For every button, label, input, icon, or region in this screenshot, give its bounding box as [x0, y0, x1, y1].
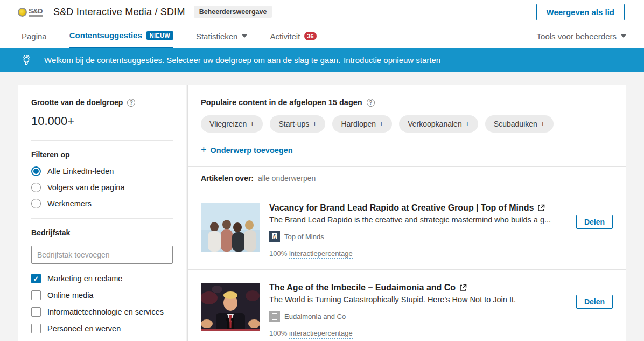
radio-icon — [31, 166, 41, 176]
audience-size-label: Grootte van de doelgroep — [31, 98, 123, 107]
topic-pill-startups[interactable]: Start-ups+ — [270, 115, 325, 133]
plus-icon: + — [541, 120, 545, 128]
plus-icon: + — [379, 120, 383, 128]
chevron-down-icon — [242, 34, 247, 38]
radio-icon — [31, 199, 41, 208]
article-thumbnail[interactable] — [201, 203, 260, 252]
share-button[interactable]: Delen — [576, 215, 613, 229]
topic-pill-row: Vliegreizen+ Start-ups+ Hardlopen+ Verko… — [188, 115, 626, 133]
checkbox-icon: ✓ — [31, 290, 41, 300]
content-suggestions-panel: Populaire content in de afgelopen 15 dag… — [187, 85, 626, 341]
audience-sidebar: Grootte van de doelgroep ? 10.000+ Filte… — [18, 85, 186, 341]
article-source: M Top of Minds — [269, 231, 562, 242]
radio-all-members[interactable]: Alle LinkedIn-leden — [31, 166, 173, 176]
tab-activiteit[interactable]: Activiteit 36 — [270, 24, 316, 48]
plus-icon: + — [250, 120, 254, 128]
checkbox-staffing[interactable]: ✓ Personeel en werven — [31, 324, 173, 333]
articles-filter-value: alle onderwerpen — [258, 174, 316, 183]
help-icon[interactable]: ? — [127, 99, 135, 107]
article-engagement: 100% interactiepercentage — [269, 329, 562, 337]
external-link-icon — [459, 284, 467, 291]
article-description: The Brand Lead Rapido is the creative an… — [269, 215, 562, 224]
article-row: The Age of the Imbecile – Eudaimonia and… — [188, 270, 626, 341]
welcome-banner: Welkom bij de contentsuggesties. Selecte… — [0, 48, 644, 72]
article-title-link[interactable]: The Age of the Imbecile – Eudaimonia and… — [269, 283, 562, 293]
share-button[interactable]: Delen — [576, 295, 613, 309]
article-description: The World is Turning Catastrophically St… — [269, 295, 562, 304]
admin-view-badge: Beheerdersweergave — [194, 6, 272, 18]
radio-employees[interactable]: Werknemers — [31, 199, 173, 208]
topic-pill-vliegreizen[interactable]: Vliegreizen+ — [201, 115, 263, 133]
divider — [31, 218, 173, 219]
banner-message: Welkom bij de contentsuggesties. Selecte… — [44, 55, 340, 65]
restart-intro-link[interactable]: Introductie opnieuw starten — [344, 55, 440, 65]
new-badge: NIEUW — [146, 31, 173, 40]
article-engagement: 100% interactiepercentage — [269, 249, 562, 258]
engagement-rate-term[interactable]: interactiepercentage — [289, 329, 353, 339]
checkbox-icon: ✓ — [31, 307, 41, 317]
radio-icon — [31, 183, 41, 192]
notification-count-badge: 36 — [304, 32, 316, 40]
article-title-link[interactable]: Vacancy for Brand Lead Rapido at Creativ… — [269, 203, 562, 213]
tab-statistieken[interactable]: Statistieken — [196, 24, 248, 48]
checkbox-online-media[interactable]: ✓ Online media — [31, 290, 173, 300]
plus-icon: + — [465, 120, 470, 128]
audience-size-value: 10.000+ — [31, 114, 173, 128]
engagement-rate-term[interactable]: interactiepercentage — [289, 249, 353, 259]
view-as-member-button[interactable]: Weergeven als lid — [536, 4, 625, 20]
plus-icon: + — [312, 120, 317, 128]
source-logo-icon — [269, 311, 280, 322]
article-thumbnail[interactable] — [201, 283, 260, 331]
checkbox-icon: ✓ — [31, 324, 41, 333]
external-link-icon — [537, 204, 545, 212]
chevron-down-icon — [621, 34, 626, 38]
popular-content-title: Populaire content in de afgelopen 15 dag… — [201, 98, 362, 107]
company-logo-icon — [18, 8, 27, 17]
company-logo: S&D — [18, 8, 43, 17]
nav-tabs: Pagina Contentsuggesties NIEUW Statistie… — [0, 24, 644, 48]
add-topic-link[interactable]: + Onderwerp toevoegen — [188, 144, 626, 156]
plus-icon: + — [201, 144, 207, 156]
topic-pill-verkoopkanalen[interactable]: Verkoopkanalen+ — [399, 115, 478, 133]
tab-pagina[interactable]: Pagina — [22, 24, 47, 48]
lightbulb-icon — [20, 54, 32, 66]
checkbox-icon: ✓ — [31, 274, 41, 283]
topic-pill-hardlopen[interactable]: Hardlopen+ — [332, 115, 392, 133]
checkbox-it-services[interactable]: ✓ Informatietechnologie en services — [31, 307, 173, 317]
industry-title: Bedrijfstak — [31, 228, 173, 237]
articles-filter-label: Artikelen over: — [201, 174, 254, 183]
page-title: S&D Interactive Media / SDIM — [53, 6, 185, 18]
filter-title: Filteren op — [31, 150, 173, 159]
radio-page-followers[interactable]: Volgers van de pagina — [31, 183, 173, 192]
article-source: Eudaimonia and Co — [269, 311, 562, 322]
help-icon[interactable]: ? — [367, 99, 375, 107]
divider — [31, 140, 173, 141]
admin-tools-menu[interactable]: Tools voor beheerders — [537, 24, 626, 48]
tab-contentsuggesties[interactable]: Contentsuggesties NIEUW — [69, 24, 173, 48]
content-area: Grootte van de doelgroep ? 10.000+ Filte… — [0, 72, 644, 341]
topic-pill-scubaduiken[interactable]: Scubaduiken+ — [485, 115, 554, 133]
article-row: Vacancy for Brand Lead Rapido at Creativ… — [188, 190, 626, 269]
checkbox-marketing[interactable]: ✓ Marketing en reclame — [31, 274, 173, 283]
articles-filter-bar: Artikelen over: alle onderwerpen — [188, 167, 626, 190]
header: S&D S&D Interactive Media / SDIM Beheerd… — [0, 0, 644, 24]
source-logo-icon: M — [269, 231, 280, 242]
company-logo-text: S&D — [29, 8, 43, 17]
industry-input[interactable] — [31, 246, 173, 264]
